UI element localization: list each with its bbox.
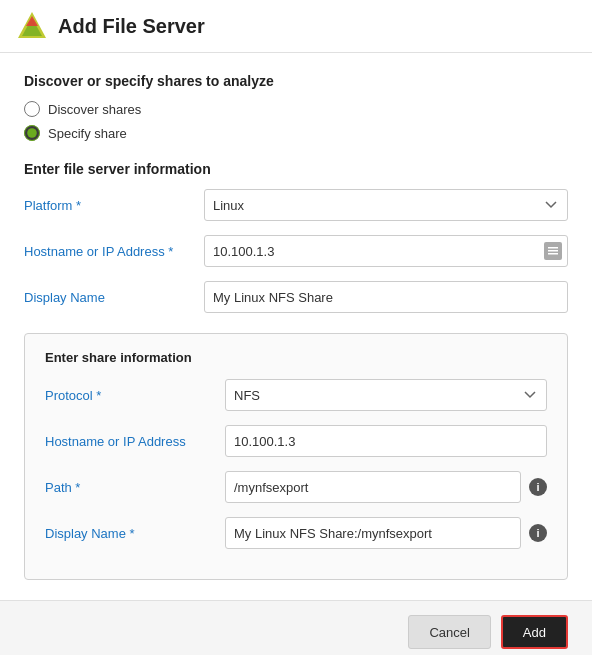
server-hostname-input[interactable] — [204, 235, 568, 267]
share-hostname-input[interactable] — [225, 425, 547, 457]
server-display-name-input[interactable] — [204, 281, 568, 313]
dialog-title: Add File Server — [58, 15, 205, 38]
radio-discover-input[interactable] — [24, 101, 40, 117]
share-hostname-row: Hostname or IP Address — [45, 425, 547, 457]
share-display-name-input[interactable] — [225, 517, 521, 549]
app-logo-icon — [16, 10, 48, 42]
platform-row: Platform * Linux Windows NetApp EMC — [24, 189, 568, 221]
radio-specify-input[interactable] — [24, 125, 40, 141]
add-file-server-dialog: Add File Server Discover or specify shar… — [0, 0, 592, 655]
dialog-footer: Cancel Add — [0, 600, 592, 655]
server-display-name-row: Display Name — [24, 281, 568, 313]
protocol-row: Protocol * NFS SMB CIFS — [45, 379, 547, 411]
hostname-picker-icon[interactable] — [544, 242, 562, 260]
discover-section: Discover or specify shares to analyze Di… — [24, 73, 568, 141]
list-icon — [547, 245, 559, 257]
server-hostname-row: Hostname or IP Address * — [24, 235, 568, 267]
svg-rect-3 — [548, 247, 558, 249]
share-info-box: Enter share information Protocol * NFS S… — [24, 333, 568, 580]
share-display-name-row: Display Name * i — [45, 517, 547, 549]
platform-select[interactable]: Linux Windows NetApp EMC — [204, 189, 568, 221]
discover-heading: Discover or specify shares to analyze — [24, 73, 568, 89]
dialog-header: Add File Server — [0, 0, 592, 53]
share-display-name-label: Display Name * — [45, 526, 225, 541]
share-info-heading: Enter share information — [45, 350, 547, 365]
path-info-icon[interactable]: i — [529, 478, 547, 496]
server-info-section: Enter file server information Platform *… — [24, 161, 568, 313]
platform-label: Platform * — [24, 198, 204, 213]
radio-discover-label: Discover shares — [48, 102, 141, 117]
protocol-select[interactable]: NFS SMB CIFS — [225, 379, 547, 411]
path-label: Path * — [45, 480, 225, 495]
server-info-heading: Enter file server information — [24, 161, 568, 177]
share-hostname-label: Hostname or IP Address — [45, 434, 225, 449]
server-display-name-label: Display Name — [24, 290, 204, 305]
protocol-label: Protocol * — [45, 388, 225, 403]
radio-discover[interactable]: Discover shares — [24, 101, 568, 117]
add-button[interactable]: Add — [501, 615, 568, 649]
path-input[interactable] — [225, 471, 521, 503]
radio-specify[interactable]: Specify share — [24, 125, 568, 141]
dialog-body: Discover or specify shares to analyze Di… — [0, 53, 592, 600]
radio-specify-label: Specify share — [48, 126, 127, 141]
display-name-info-icon[interactable]: i — [529, 524, 547, 542]
path-row: Path * i — [45, 471, 547, 503]
svg-rect-4 — [548, 250, 558, 252]
svg-rect-5 — [548, 253, 558, 255]
server-hostname-label: Hostname or IP Address * — [24, 244, 204, 259]
radio-group: Discover shares Specify share — [24, 101, 568, 141]
cancel-button[interactable]: Cancel — [408, 615, 490, 649]
server-hostname-wrapper — [204, 235, 568, 267]
